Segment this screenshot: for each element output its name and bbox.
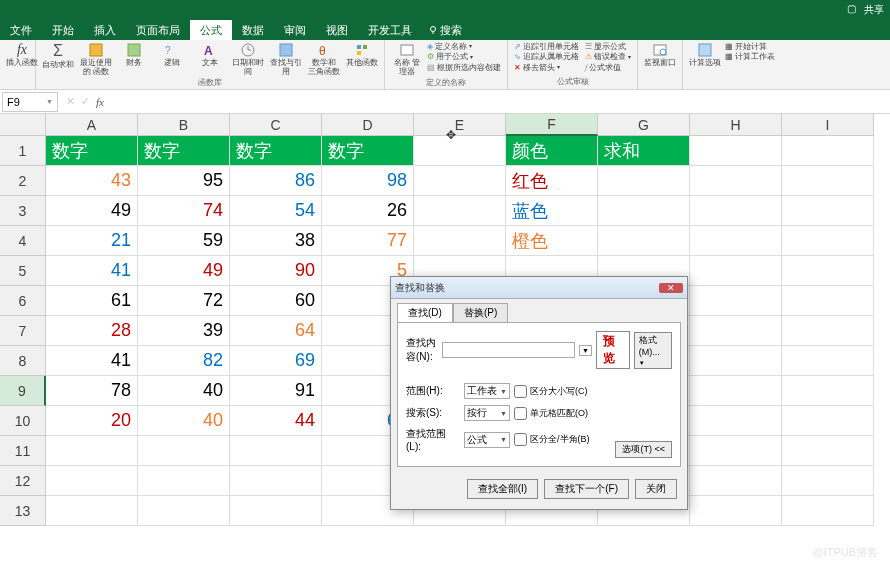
cell-B13[interactable] [138,496,230,526]
cell-C1[interactable]: 数字 [230,136,322,166]
cell-B5[interactable]: 49 [138,256,230,286]
financial-button[interactable]: 财务 [118,42,150,68]
cell-E2[interactable] [414,166,506,196]
cell-G2[interactable] [598,166,690,196]
trace-precedents-button[interactable]: ⇗追踪引用单元格 [514,42,579,52]
tab-data[interactable]: 数据 [232,20,274,40]
cell-G3[interactable] [598,196,690,226]
cell-I10[interactable] [782,406,874,436]
cell-H12[interactable] [690,466,782,496]
cell-D1[interactable]: 数字 [322,136,414,166]
cell-C7[interactable]: 64 [230,316,322,346]
datetime-button[interactable]: 日期和时间 [232,42,264,77]
cell-I1[interactable] [782,136,874,166]
row-header-8[interactable]: 8 [0,346,46,376]
cell-E4[interactable] [414,226,506,256]
row-header-7[interactable]: 7 [0,316,46,346]
autosum-button[interactable]: Σ自动求和 [42,42,74,70]
more-button[interactable]: 其他函数 [346,42,378,68]
select-all-corner[interactable] [0,114,46,136]
row-header-5[interactable]: 5 [0,256,46,286]
cell-E3[interactable] [414,196,506,226]
calc-now-button[interactable]: ▦开始计算 [725,42,775,52]
cell-E1[interactable] [414,136,506,166]
cell-C8[interactable]: 69 [230,346,322,376]
cell-B8[interactable]: 82 [138,346,230,376]
define-name-button[interactable]: ◈定义名称▾ [427,42,501,52]
cell-A1[interactable]: 数字 [46,136,138,166]
cell-A2[interactable]: 43 [46,166,138,196]
cell-H11[interactable] [690,436,782,466]
cell-D3[interactable]: 26 [322,196,414,226]
format-button[interactable]: 格式(M)... ▼ [634,332,672,369]
cell-B12[interactable] [138,466,230,496]
cell-A8[interactable]: 41 [46,346,138,376]
cell-C13[interactable] [230,496,322,526]
cell-B4[interactable]: 59 [138,226,230,256]
row-header-12[interactable]: 12 [0,466,46,496]
range-combo[interactable]: 工作表▼ [464,383,510,399]
search-combo[interactable]: 按行▼ [464,405,510,421]
match-cell-check[interactable] [514,407,527,420]
cell-H8[interactable] [690,346,782,376]
match-case-check[interactable] [514,385,527,398]
logical-button[interactable]: ?逻辑 [156,42,188,68]
column-header-G[interactable]: G [598,114,690,136]
cell-A9[interactable]: 78 [46,376,138,406]
cell-I6[interactable] [782,286,874,316]
find-content-input[interactable] [442,342,575,358]
cell-C6[interactable]: 60 [230,286,322,316]
chevron-down-icon[interactable]: ▼ [579,345,592,356]
cell-A6[interactable]: 61 [46,286,138,316]
row-header-1[interactable]: 1 [0,136,46,166]
insert-function-button[interactable]: fx 插入函数 [6,42,38,68]
lookin-combo[interactable]: 公式▼ [464,432,510,448]
cell-G1[interactable]: 求和 [598,136,690,166]
tab-file[interactable]: 文件 [0,20,42,40]
cell-A5[interactable]: 41 [46,256,138,286]
close-button[interactable]: 关闭 [635,479,677,499]
options-button[interactable]: 选项(T) << [615,441,672,458]
show-formulas-button[interactable]: ☰显示公式 [585,42,631,52]
cell-A12[interactable] [46,466,138,496]
cell-D4[interactable]: 77 [322,226,414,256]
column-header-F[interactable]: F [506,114,598,136]
dialog-titlebar[interactable]: 查找和替换 ✕ [391,277,687,299]
menu-search[interactable]: 搜索 [422,20,462,40]
cell-C11[interactable] [230,436,322,466]
cell-H1[interactable] [690,136,782,166]
column-header-E[interactable]: E [414,114,506,136]
cell-C5[interactable]: 90 [230,256,322,286]
cell-B11[interactable] [138,436,230,466]
cell-H13[interactable] [690,496,782,526]
row-header-11[interactable]: 11 [0,436,46,466]
column-header-I[interactable]: I [782,114,874,136]
row-header-3[interactable]: 3 [0,196,46,226]
name-manager-button[interactable]: 名称 管理器 [391,42,423,77]
cell-I3[interactable] [782,196,874,226]
lookup-button[interactable]: 查找与引用 [270,42,302,77]
match-width-check[interactable] [514,433,527,446]
cell-I9[interactable] [782,376,874,406]
tab-insert[interactable]: 插入 [84,20,126,40]
cell-I2[interactable] [782,166,874,196]
row-header-2[interactable]: 2 [0,166,46,196]
cell-F1[interactable]: 颜色 [506,136,598,166]
cell-B7[interactable]: 39 [138,316,230,346]
cell-I8[interactable] [782,346,874,376]
tab-find[interactable]: 查找(D) [397,303,453,322]
cell-D2[interactable]: 98 [322,166,414,196]
cell-I12[interactable] [782,466,874,496]
column-header-B[interactable]: B [138,114,230,136]
cell-I13[interactable] [782,496,874,526]
cell-H9[interactable] [690,376,782,406]
cancel-icon[interactable]: ✕ [66,95,75,108]
create-selection-button[interactable]: ▤根据所选内容创建 [427,63,501,73]
tab-layout[interactable]: 页面布局 [126,20,190,40]
cell-H2[interactable] [690,166,782,196]
calc-sheet-button[interactable]: ▦计算工作表 [725,52,775,62]
cell-B6[interactable]: 72 [138,286,230,316]
cell-F4[interactable]: 橙色 [506,226,598,256]
column-header-C[interactable]: C [230,114,322,136]
row-header-13[interactable]: 13 [0,496,46,526]
